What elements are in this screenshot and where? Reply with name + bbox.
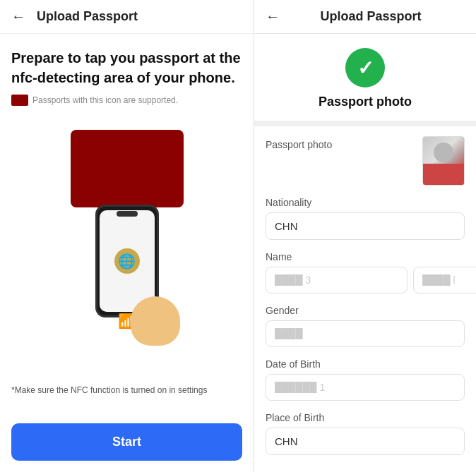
dob-row: Date of Birth	[266, 358, 465, 401]
support-note: Passports with this icon are supported.	[11, 95, 242, 106]
checkmark-icon: ✓	[357, 56, 374, 80]
dob-label: Date of Birth	[266, 358, 465, 370]
passport-background	[71, 130, 184, 207]
hand-graphic	[131, 296, 180, 346]
instruction-text: Prepare to tap you passport at the nfc-d…	[11, 48, 242, 87]
place-of-birth-row: Place of Birth	[266, 412, 465, 455]
last-name-input[interactable]	[413, 267, 476, 294]
success-circle: ✓	[345, 48, 385, 87]
nfc-note: *Make sure the NFC function is turned on…	[11, 385, 242, 402]
back-arrow-right[interactable]: ←	[266, 8, 280, 25]
right-panel: ← Upload Passport ✓ Passport photo Passp…	[254, 0, 476, 472]
right-header: ← Upload Passport	[254, 0, 476, 34]
passport-small-icon	[11, 95, 28, 106]
back-arrow-left[interactable]: ←	[11, 8, 25, 25]
left-panel: ← Upload Passport Prepare to tap you pas…	[0, 0, 254, 472]
place-of-birth-label: Place of Birth	[266, 412, 465, 423]
gender-row: Gender	[266, 305, 465, 347]
phone-wrapper: 🌐 📶	[95, 205, 159, 317]
left-header: ← Upload Passport	[0, 0, 254, 34]
first-name-input[interactable]	[266, 267, 407, 294]
globe-icon: 🌐	[114, 248, 140, 274]
gender-input[interactable]	[266, 320, 465, 347]
dob-input[interactable]	[266, 374, 465, 401]
form-section: Passport photo Nationality Name Gender D…	[254, 126, 476, 472]
nationality-label: Nationality	[266, 197, 465, 208]
place-of-birth-input[interactable]	[266, 428, 465, 455]
nfc-illustration: 🌐 📶	[11, 123, 242, 378]
success-section: ✓ Passport photo	[254, 34, 476, 126]
phone-notch	[117, 211, 138, 217]
nationality-row: Nationality	[266, 197, 465, 240]
start-button[interactable]: Start	[11, 423, 242, 461]
name-label: Name	[266, 251, 465, 262]
right-page-title: Upload Passport	[291, 9, 451, 24]
phone-screen: 🌐	[100, 210, 155, 312]
support-note-text: Passports with this icon are supported.	[32, 95, 178, 105]
passport-photo-field-label: Passport photo	[266, 136, 332, 150]
success-label: Passport photo	[319, 95, 412, 109]
nationality-input[interactable]	[266, 212, 465, 240]
passport-photo-row: Passport photo	[266, 136, 465, 186]
name-inputs	[266, 267, 465, 294]
passport-photo-thumbnail	[422, 136, 465, 186]
gender-label: Gender	[266, 305, 465, 316]
name-row: Name	[266, 251, 465, 294]
left-content: Prepare to tap you passport at the nfc-d…	[0, 34, 254, 416]
left-page-title: Upload Passport	[37, 9, 138, 24]
